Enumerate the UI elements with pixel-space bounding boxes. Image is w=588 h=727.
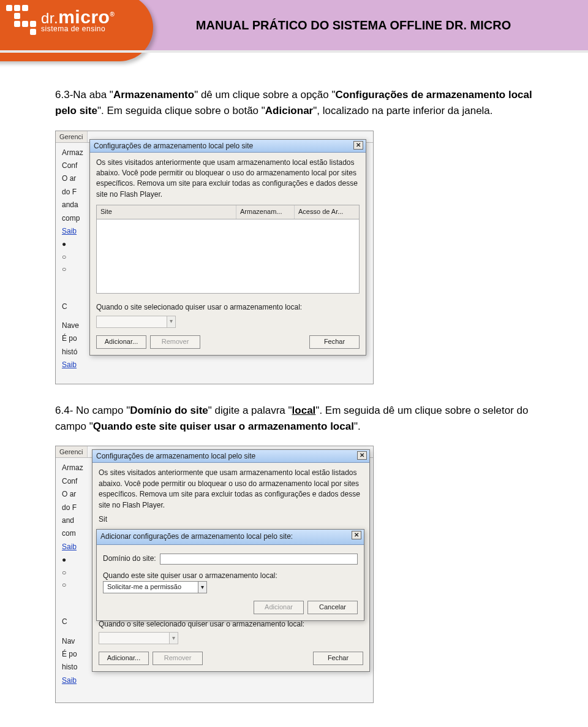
add-button[interactable]: Adicionar... xyxy=(96,335,146,349)
brand-subtitle: sistema de ensino xyxy=(41,25,115,32)
close-button-2[interactable]: Fechar xyxy=(313,652,363,665)
brand-main: micro xyxy=(58,7,110,27)
dialog-description-2: Os sites visitados anteriormente que usa… xyxy=(99,468,363,511)
sites-table: Site Armazenam... Acesso de Ar... xyxy=(96,205,360,294)
outer-prompt: Quando o site selecionado quiser usar o … xyxy=(99,619,363,630)
brand-dr: dr. xyxy=(41,10,58,26)
column-site[interactable]: Site xyxy=(97,205,236,219)
dialog-title: Configurações de armazenamento local pel… xyxy=(94,142,253,150)
add-button-2[interactable]: Adicionar... xyxy=(99,652,149,665)
inner-add-button[interactable]: Adicionar xyxy=(254,601,304,614)
page-header: dr.micro® sistema de ensino MANUAL PRÁTI… xyxy=(0,0,588,50)
permission-select[interactable]: Solicitar-me a permissão xyxy=(103,581,207,593)
inner-prompt: Quando este site quiser usar o armazenam… xyxy=(103,571,358,581)
local-storage-settings-dialog-2: Configurações de armazenamento local pel… xyxy=(92,449,370,672)
close-icon[interactable]: ✕ xyxy=(353,141,363,150)
dialog-title-2: Configurações de armazenamento local pel… xyxy=(96,452,255,460)
paragraph-6-3: 6.3-Na aba "Armazenamento" dê um clique … xyxy=(55,87,533,120)
storage-mode-select[interactable] xyxy=(96,316,176,328)
remove-button[interactable]: Remover xyxy=(150,335,200,349)
remove-button-2[interactable]: Remover xyxy=(153,652,203,665)
brand-registered-icon: ® xyxy=(110,11,115,18)
local-storage-settings-dialog: Configurações de armazenamento local pel… xyxy=(89,139,366,356)
brand-logo: dr.micro® sistema de ensino xyxy=(0,0,143,50)
settings-tab[interactable]: Gerenci xyxy=(56,131,88,142)
domain-input[interactable] xyxy=(160,554,358,565)
close-icon[interactable]: ✕ xyxy=(352,531,361,539)
add-site-dialog: Adicionar configurações de armazenamento… xyxy=(96,529,364,621)
screenshot-6-3: Gerenci Armaz Conf O ar do F anda comp S… xyxy=(55,131,533,384)
dialog-description: Os sites visitados anteriormente que usa… xyxy=(96,158,360,200)
sites-table-body xyxy=(97,219,359,293)
screenshot-6-4: Gerenci Armaz Conf O ar do F and com Sai… xyxy=(55,446,533,703)
storage-prompt: Quando o site selecionado quiser usar o … xyxy=(96,302,360,313)
storage-mode-select-2[interactable] xyxy=(99,632,178,644)
logo-squares-icon xyxy=(6,5,36,35)
settings-tab-2[interactable]: Gerenci xyxy=(56,446,88,457)
domain-label: Domínio do site: xyxy=(103,554,156,564)
column-access[interactable]: Acesso de Ar... xyxy=(295,205,359,219)
paragraph-6-4: 6.4- No campo "Domínio do site" digite a… xyxy=(55,403,533,435)
cancel-button[interactable]: Cancelar xyxy=(307,601,358,614)
close-button[interactable]: Fechar xyxy=(309,335,360,349)
learn-more-link-4[interactable]: Saib xyxy=(62,676,367,686)
learn-more-link-2[interactable]: Saib xyxy=(62,360,367,370)
close-icon[interactable]: ✕ xyxy=(357,451,367,460)
column-storage[interactable]: Armazenam... xyxy=(236,205,295,219)
manual-title: MANUAL PRÁTICO DO SISTEMA OFFLINE DR. MI… xyxy=(143,18,588,32)
add-site-dialog-title: Adicionar configurações de armazenamento… xyxy=(100,532,293,541)
